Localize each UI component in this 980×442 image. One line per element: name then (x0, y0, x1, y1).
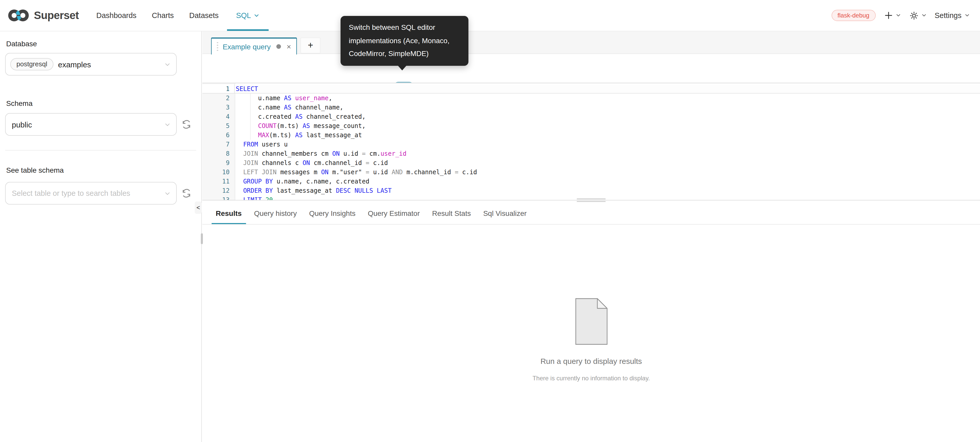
tooltip-text: Switch between SQL editorimplementations… (349, 21, 460, 61)
tab-result-stats[interactable]: Result Stats (432, 203, 471, 224)
line-number: 2 (202, 94, 235, 103)
settings-label: Settings (935, 11, 961, 19)
table-select[interactable]: Select table or type to search tables (5, 182, 177, 204)
chevron-down-icon (164, 122, 170, 128)
sidebar-collapse-button[interactable]: < (195, 201, 202, 214)
sun-icon (909, 11, 919, 20)
code-line-1[interactable]: 1SELECT (202, 84, 980, 94)
scrollbar-thumb[interactable] (201, 233, 203, 244)
chevron-down-icon (253, 13, 259, 18)
nav-item-dashboards[interactable]: Dashboards (96, 11, 136, 19)
code-line-2[interactable]: 2 u.name AS user_name, (202, 94, 980, 103)
empty-results-subtitle: There is currently no information to dis… (532, 375, 650, 382)
sql-lab-page: Superset DashboardsChartsDatasets SQL fl… (0, 0, 980, 442)
editor-toolbar: Run Limit 1K (202, 54, 980, 83)
empty-document-icon (575, 298, 607, 345)
chevron-down-icon (164, 191, 170, 197)
tooltip: Switch between SQL editorimplementations… (340, 16, 468, 66)
brand-title: Superset (34, 9, 79, 22)
nav-right: flask-debug (831, 10, 970, 21)
database-value: examples (58, 60, 91, 69)
pane-resize-handle[interactable] (577, 201, 606, 202)
code-line-3[interactable]: 3 c.name AS channel_name, (202, 103, 980, 112)
line-number: 4 (202, 112, 235, 121)
line-number: 1 (202, 84, 235, 94)
schema-value: public (12, 120, 32, 129)
code-lines: 1SELECT2 u.name AS user_name,3 c.name AS… (202, 84, 980, 200)
schema-label: Schema (6, 99, 201, 107)
plus-icon (884, 11, 893, 20)
empty-results-title: Run a query to display results (540, 357, 642, 365)
nav-sql-label: SQL (236, 11, 251, 19)
sync-icon[interactable] (181, 188, 192, 199)
nav-item-sql[interactable]: SQL (234, 0, 261, 31)
editor-tab-strip: Example query × + (202, 31, 980, 54)
code-line-7[interactable]: 7 FROM users u (202, 140, 980, 149)
code-line-8[interactable]: 8 JOIN channel_members cm ON u.id = cm.u… (202, 149, 980, 158)
chevron-down-icon (164, 62, 170, 68)
environment-badge: flask-debug (831, 10, 875, 21)
chevron-down-icon (921, 13, 926, 18)
line-number: 12 (202, 186, 235, 195)
schema-select[interactable]: public (5, 113, 177, 136)
new-item-menu[interactable] (884, 11, 900, 20)
code-line-9[interactable]: 9 JOIN channels c ON cm.channel_id = c.i… (202, 158, 980, 168)
database-dialect-pill: postgresql (10, 58, 53, 70)
database-label: Database (6, 40, 201, 48)
pane-resize-handle[interactable] (577, 198, 606, 199)
settings-menu[interactable]: Settings (935, 11, 970, 19)
line-number: 13 (202, 195, 235, 200)
line-number: 3 (202, 103, 235, 112)
table-schema-label: See table schema (6, 166, 201, 174)
line-number: 9 (202, 158, 235, 168)
code-line-5[interactable]: 5 COUNT(m.ts) AS message_count, (202, 121, 980, 131)
database-select[interactable]: postgresql examples (5, 53, 177, 75)
sql-editor-pane: Example query × + Run Limit 1K (202, 31, 980, 442)
line-number: 6 (202, 131, 235, 140)
code-line-11[interactable]: 11 GROUP BY u.name, c.name, c.created (202, 177, 980, 186)
line-number: 11 (202, 177, 235, 186)
code-line-4[interactable]: 4 c.created AS channel_created, (202, 112, 980, 121)
sidebar-divider (5, 150, 196, 151)
chevron-down-icon (964, 13, 970, 18)
code-line-6[interactable]: 6 MAX(m.ts) AS last_message_at (202, 131, 980, 140)
south-tabs: ResultsQuery historyQuery InsightsQuery … (202, 203, 980, 225)
add-tab-button[interactable]: + (301, 38, 320, 53)
sync-icon[interactable] (181, 119, 192, 130)
drag-handle-icon[interactable] (217, 42, 218, 51)
tab-sql-visualizer[interactable]: Sql Visualizer (483, 203, 527, 224)
line-number: 5 (202, 121, 235, 131)
chevron-down-icon (896, 13, 900, 18)
sql-editor[interactable]: 1SELECT2 u.name AS user_name,3 c.name AS… (202, 83, 980, 200)
close-icon[interactable]: × (286, 43, 291, 50)
tab-query-insights[interactable]: Query Insights (309, 203, 356, 224)
code-line-12[interactable]: 12 ORDER BY last_message_at DESC NULLS L… (202, 186, 980, 195)
top-navbar: Superset DashboardsChartsDatasets SQL fl… (0, 0, 980, 31)
tab-query-history[interactable]: Query history (254, 203, 297, 224)
tab-example-query[interactable]: Example query × (211, 38, 297, 54)
code-line-10[interactable]: 10 LEFT JOIN messages m ON m."user" = u.… (202, 168, 980, 177)
tab-results[interactable]: Results (216, 203, 242, 224)
nav-links: DashboardsChartsDatasets (96, 0, 218, 31)
nav-item-charts[interactable]: Charts (152, 11, 173, 19)
brand[interactable]: Superset (7, 8, 79, 22)
nav-item-datasets[interactable]: Datasets (189, 11, 218, 19)
line-number: 8 (202, 149, 235, 158)
database-sidebar: Database postgresql examples Schema publ… (0, 31, 202, 442)
tab-query-estimator[interactable]: Query Estimator (368, 203, 420, 224)
line-number: 7 (202, 140, 235, 149)
unsaved-indicator-dot (276, 44, 281, 49)
code-line-13[interactable]: 13 LIMIT 20 (202, 195, 980, 200)
editor-tab-title: Example query (223, 42, 271, 51)
theme-menu[interactable] (909, 11, 926, 20)
table-select-placeholder: Select table or type to search tables (12, 189, 130, 197)
superset-logo-icon (7, 8, 30, 22)
tooltip-arrow-icon (398, 66, 406, 70)
results-panel: Run a query to display results There is … (202, 225, 980, 442)
line-number: 10 (202, 168, 235, 177)
